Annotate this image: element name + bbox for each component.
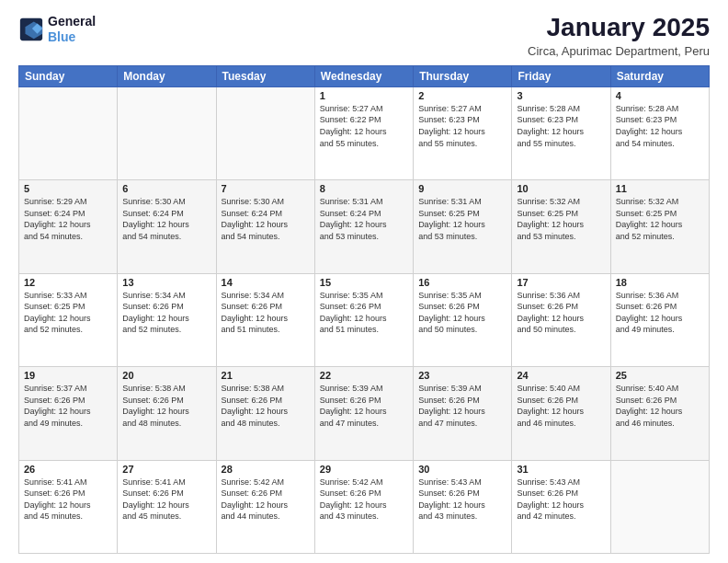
calendar-table: SundayMondayTuesdayWednesdayThursdayFrid… (18, 65, 710, 554)
day-cell (610, 460, 709, 553)
day-cell: 27Sunrise: 5:41 AMSunset: 6:26 PMDayligh… (118, 460, 216, 553)
day-cell: 20Sunrise: 5:38 AMSunset: 6:26 PMDayligh… (118, 367, 216, 460)
day-info: Sunrise: 5:38 AMSunset: 6:26 PMDaylight:… (222, 383, 310, 429)
day-number: 12 (24, 277, 112, 288)
day-info: Sunrise: 5:39 AMSunset: 6:26 PMDaylight:… (418, 383, 506, 429)
day-number: 9 (418, 183, 506, 194)
day-number: 21 (222, 370, 310, 381)
day-info: Sunrise: 5:43 AMSunset: 6:26 PMDaylight:… (418, 477, 506, 523)
day-number: 1 (320, 90, 408, 101)
day-cell: 16Sunrise: 5:35 AMSunset: 6:26 PMDayligh… (414, 273, 512, 366)
day-cell: 2Sunrise: 5:27 AMSunset: 6:23 PMDaylight… (414, 86, 512, 179)
day-number: 8 (320, 183, 408, 194)
logo-line1: General (48, 14, 96, 29)
header-cell-tuesday: Tuesday (216, 65, 314, 86)
day-cell: 14Sunrise: 5:34 AMSunset: 6:26 PMDayligh… (216, 273, 314, 366)
day-cell: 5Sunrise: 5:29 AMSunset: 6:24 PMDaylight… (19, 180, 118, 273)
day-number: 22 (320, 370, 408, 381)
day-cell: 23Sunrise: 5:39 AMSunset: 6:26 PMDayligh… (414, 367, 512, 460)
day-cell: 4Sunrise: 5:28 AMSunset: 6:23 PMDaylight… (610, 86, 709, 179)
day-number: 4 (616, 90, 704, 101)
main-title: January 2025 (528, 14, 710, 42)
day-cell (118, 86, 216, 179)
day-number: 29 (320, 464, 408, 475)
day-info: Sunrise: 5:35 AMSunset: 6:26 PMDaylight:… (320, 290, 408, 336)
header-cell-saturday: Saturday (610, 65, 709, 86)
day-number: 27 (122, 464, 210, 475)
day-cell (216, 86, 314, 179)
day-number: 15 (320, 277, 408, 288)
day-info: Sunrise: 5:31 AMSunset: 6:25 PMDaylight:… (418, 196, 506, 242)
day-info: Sunrise: 5:40 AMSunset: 6:26 PMDaylight:… (616, 383, 704, 429)
day-cell: 6Sunrise: 5:30 AMSunset: 6:24 PMDaylight… (118, 180, 216, 273)
day-cell: 3Sunrise: 5:28 AMSunset: 6:23 PMDaylight… (512, 86, 610, 179)
day-info: Sunrise: 5:29 AMSunset: 6:24 PMDaylight:… (24, 196, 112, 242)
day-cell: 13Sunrise: 5:34 AMSunset: 6:26 PMDayligh… (118, 273, 216, 366)
week-row-2: 5Sunrise: 5:29 AMSunset: 6:24 PMDaylight… (19, 180, 710, 273)
day-info: Sunrise: 5:40 AMSunset: 6:26 PMDaylight:… (517, 383, 605, 429)
day-number: 7 (222, 183, 310, 194)
day-cell: 29Sunrise: 5:42 AMSunset: 6:26 PMDayligh… (314, 460, 413, 553)
day-info: Sunrise: 5:32 AMSunset: 6:25 PMDaylight:… (616, 196, 704, 242)
day-cell: 25Sunrise: 5:40 AMSunset: 6:26 PMDayligh… (610, 367, 709, 460)
day-cell: 24Sunrise: 5:40 AMSunset: 6:26 PMDayligh… (512, 367, 610, 460)
logo-text: General Blue (48, 14, 96, 45)
day-number: 11 (616, 183, 704, 194)
day-info: Sunrise: 5:39 AMSunset: 6:26 PMDaylight:… (320, 383, 408, 429)
day-cell: 19Sunrise: 5:37 AMSunset: 6:26 PMDayligh… (19, 367, 118, 460)
day-cell: 9Sunrise: 5:31 AMSunset: 6:25 PMDaylight… (414, 180, 512, 273)
day-number: 3 (517, 90, 605, 101)
day-number: 24 (517, 370, 605, 381)
day-info: Sunrise: 5:31 AMSunset: 6:24 PMDaylight:… (320, 196, 408, 242)
logo-icon (18, 17, 44, 42)
day-cell: 17Sunrise: 5:36 AMSunset: 6:26 PMDayligh… (512, 273, 610, 366)
day-number: 28 (222, 464, 310, 475)
header-cell-thursday: Thursday (414, 65, 512, 86)
week-row-1: 1Sunrise: 5:27 AMSunset: 6:22 PMDaylight… (19, 86, 710, 179)
day-info: Sunrise: 5:27 AMSunset: 6:22 PMDaylight:… (320, 103, 408, 149)
day-cell: 7Sunrise: 5:30 AMSunset: 6:24 PMDaylight… (216, 180, 314, 273)
day-cell: 8Sunrise: 5:31 AMSunset: 6:24 PMDaylight… (314, 180, 413, 273)
day-number: 14 (222, 277, 310, 288)
day-info: Sunrise: 5:41 AMSunset: 6:26 PMDaylight:… (122, 477, 210, 523)
day-cell: 31Sunrise: 5:43 AMSunset: 6:26 PMDayligh… (512, 460, 610, 553)
day-info: Sunrise: 5:27 AMSunset: 6:23 PMDaylight:… (418, 103, 506, 149)
day-info: Sunrise: 5:36 AMSunset: 6:26 PMDaylight:… (616, 290, 704, 336)
logo: General Blue (18, 14, 96, 45)
week-row-4: 19Sunrise: 5:37 AMSunset: 6:26 PMDayligh… (19, 367, 710, 460)
day-number: 20 (122, 370, 210, 381)
day-info: Sunrise: 5:42 AMSunset: 6:26 PMDaylight:… (222, 477, 310, 523)
header-cell-friday: Friday (512, 65, 610, 86)
day-number: 26 (24, 464, 112, 475)
day-cell: 18Sunrise: 5:36 AMSunset: 6:26 PMDayligh… (610, 273, 709, 366)
day-number: 5 (24, 183, 112, 194)
day-number: 13 (122, 277, 210, 288)
header-cell-monday: Monday (118, 65, 216, 86)
day-info: Sunrise: 5:41 AMSunset: 6:26 PMDaylight:… (24, 477, 112, 523)
day-number: 16 (418, 277, 506, 288)
header: General Blue January 2025 Circa, Apurima… (18, 14, 710, 58)
day-info: Sunrise: 5:34 AMSunset: 6:26 PMDaylight:… (122, 290, 210, 336)
day-cell: 30Sunrise: 5:43 AMSunset: 6:26 PMDayligh… (414, 460, 512, 553)
day-number: 17 (517, 277, 605, 288)
day-number: 23 (418, 370, 506, 381)
day-number: 25 (616, 370, 704, 381)
day-info: Sunrise: 5:38 AMSunset: 6:26 PMDaylight:… (122, 383, 210, 429)
calendar-header: SundayMondayTuesdayWednesdayThursdayFrid… (19, 65, 710, 86)
day-number: 31 (517, 464, 605, 475)
week-row-5: 26Sunrise: 5:41 AMSunset: 6:26 PMDayligh… (19, 460, 710, 553)
day-info: Sunrise: 5:32 AMSunset: 6:25 PMDaylight:… (517, 196, 605, 242)
day-cell (19, 86, 118, 179)
day-info: Sunrise: 5:34 AMSunset: 6:26 PMDaylight:… (222, 290, 310, 336)
day-cell: 15Sunrise: 5:35 AMSunset: 6:26 PMDayligh… (314, 273, 413, 366)
header-cell-wednesday: Wednesday (314, 65, 413, 86)
day-number: 6 (122, 183, 210, 194)
day-cell: 12Sunrise: 5:33 AMSunset: 6:25 PMDayligh… (19, 273, 118, 366)
header-row: SundayMondayTuesdayWednesdayThursdayFrid… (19, 65, 710, 86)
title-block: January 2025 Circa, Apurimac Department,… (528, 14, 710, 58)
day-cell: 1Sunrise: 5:27 AMSunset: 6:22 PMDaylight… (314, 86, 413, 179)
day-info: Sunrise: 5:37 AMSunset: 6:26 PMDaylight:… (24, 383, 112, 429)
day-cell: 21Sunrise: 5:38 AMSunset: 6:26 PMDayligh… (216, 367, 314, 460)
day-info: Sunrise: 5:42 AMSunset: 6:26 PMDaylight:… (320, 477, 408, 523)
week-row-3: 12Sunrise: 5:33 AMSunset: 6:25 PMDayligh… (19, 273, 710, 366)
